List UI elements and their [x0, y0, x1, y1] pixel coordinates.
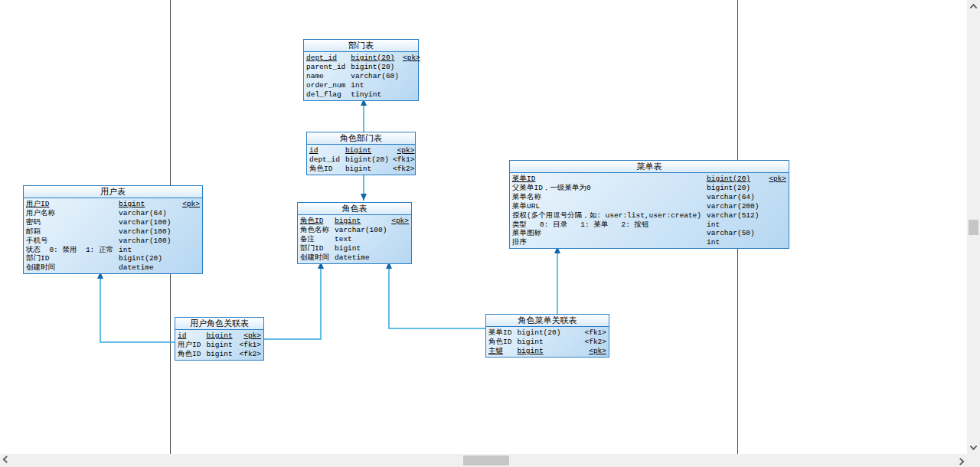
entity-dept[interactable]: 部门表dept_idbigint(20)<pk>parent_idbigint(…	[303, 39, 419, 101]
entity-fields: 用户IDbigint<pk>用户名称varchar(64)密码varchar(1…	[24, 198, 202, 273]
field-type: varchar(100)	[119, 237, 182, 246]
chevron-up-icon	[970, 4, 978, 11]
chevron-down-icon	[970, 443, 978, 450]
vertical-scrollbar[interactable]	[967, 0, 980, 454]
field-name: 创建时间	[26, 263, 119, 273]
field-type: bigint(20)	[707, 175, 769, 184]
field-name: 状态 0: 禁用 1: 正常	[26, 246, 119, 255]
field-name: 邮箱	[26, 227, 119, 237]
field-name: 类型 0: 目录 1: 菜单 2: 按钮	[512, 220, 707, 230]
field-key	[403, 90, 420, 100]
entity-user_role[interactable]: 用户角色关联表idbigint<pk>用户IDbigint<fk1>角色IDbi…	[175, 317, 264, 361]
entity-role_dept[interactable]: 角色部门表idbigint<pk>dept_idbigint(20)<fk1>角…	[306, 132, 416, 175]
field-name: parent_id	[306, 63, 351, 72]
diagram-canvas[interactable]: 部门表dept_idbigint(20)<pk>parent_idbigint(…	[0, 0, 967, 454]
field-name: 菜单URL	[512, 202, 707, 211]
chevron-left-icon	[3, 456, 11, 463]
field-key	[769, 184, 786, 193]
entity-title: 角色表	[298, 203, 411, 215]
field-key: <fk1>	[239, 341, 261, 350]
field-key	[391, 235, 409, 244]
field-type: int	[707, 220, 769, 230]
chevron-right-icon	[957, 458, 965, 465]
field-name: dept_id	[309, 155, 345, 165]
field-name: 部门ID	[300, 244, 335, 253]
field-type: bigint(20)	[351, 54, 403, 63]
field-type: varchar(100)	[119, 218, 182, 227]
horizontal-scroll-thumb[interactable]	[463, 456, 509, 465]
field-type: int	[707, 238, 769, 247]
field-name: 角色ID	[178, 350, 206, 359]
entity-title: 菜单表	[510, 161, 789, 173]
field-type: bigint(20)	[707, 184, 769, 193]
field-name: 菜单ID	[488, 328, 517, 338]
field-type: varchar(100)	[119, 227, 182, 237]
field-key: <pk>	[769, 175, 786, 184]
field-type: bigint	[517, 338, 584, 347]
field-key: <pk>	[391, 217, 409, 226]
field-key: <fk2>	[584, 338, 606, 347]
field-type: bigint	[517, 347, 584, 356]
field-name: id	[309, 146, 345, 155]
scroll-down-button[interactable]	[967, 441, 980, 454]
field-type: bigint	[335, 217, 391, 226]
field-type: bigint	[345, 165, 393, 174]
field-name: 密码	[26, 218, 119, 227]
field-key	[769, 202, 786, 211]
entity-role_menu[interactable]: 角色菜单关联表菜单IDbigint(20)<fk1>角色IDbigint<fk2…	[485, 314, 609, 358]
vertical-scroll-thumb[interactable]	[969, 220, 978, 235]
field-key	[769, 238, 786, 247]
entity-title: 用户角色关联表	[175, 318, 263, 330]
field-key: <fk2>	[393, 165, 415, 174]
field-key	[182, 254, 200, 263]
entity-fields: dept_idbigint(20)<pk>parent_idbigint(20)…	[304, 52, 418, 100]
scrollbar-corner	[967, 454, 980, 467]
relationship-user_role-to-role[interactable]	[264, 262, 321, 339]
field-key	[403, 72, 420, 81]
field-name: 角色ID	[300, 217, 335, 226]
field-name: name	[306, 72, 351, 81]
field-name: id	[178, 331, 206, 341]
scroll-right-button[interactable]	[954, 454, 967, 467]
field-key	[769, 211, 786, 220]
field-key	[391, 244, 409, 253]
field-name: 备注	[300, 235, 335, 244]
field-name: 用户名称	[26, 209, 119, 218]
field-name: 菜单名称	[512, 193, 707, 202]
field-type: varchar(60)	[351, 72, 403, 81]
field-key	[769, 229, 786, 238]
field-name: 用户ID	[26, 200, 119, 209]
field-name: 创建时间	[300, 253, 335, 263]
horizontal-scrollbar[interactable]	[0, 454, 967, 467]
field-key	[182, 218, 200, 227]
relationship-role_menu-to-role[interactable]	[389, 262, 485, 328]
entity-title: 角色部门表	[307, 132, 415, 145]
field-type: bigint(20)	[119, 254, 182, 263]
entity-fields: 菜单IDbigint(20)<pk>父菜单ID，一级菜单为0bigint(20)…	[510, 173, 789, 248]
field-name: 手机号	[26, 237, 119, 246]
field-name: 授权(多个用逗号分隔，如: user:list,user:create)	[512, 211, 707, 220]
field-name: 菜单图标	[512, 229, 707, 238]
diagram-viewport: 部门表dept_idbigint(20)<pk>parent_idbigint(…	[0, 0, 980, 467]
field-type: bigint	[119, 200, 182, 209]
entity-role[interactable]: 角色表角色IDbigint<pk>角色名称varchar(100)备注text部…	[297, 202, 412, 264]
field-key	[403, 81, 420, 90]
field-key: <pk>	[239, 331, 261, 341]
entity-fields: idbigint<pk>用户IDbigint<fk1>角色IDbigint<fk…	[175, 330, 263, 360]
field-type: varchar(200)	[707, 202, 769, 211]
scroll-up-button[interactable]	[967, 0, 980, 13]
field-type: datetime	[335, 253, 391, 263]
relationship-user_role-to-user[interactable]	[100, 272, 175, 342]
field-type: text	[335, 235, 391, 244]
entity-title: 角色菜单关联表	[486, 315, 609, 327]
entity-menu[interactable]: 菜单表菜单IDbigint(20)<pk>父菜单ID，一级菜单为0bigint(…	[509, 160, 789, 249]
entity-fields: idbigint<pk>dept_idbigint(20)<fk1>角色IDbi…	[307, 145, 415, 175]
field-name: 菜单ID	[512, 175, 707, 184]
scroll-left-button[interactable]	[0, 454, 13, 467]
field-key: <pk>	[403, 54, 420, 63]
entity-user[interactable]: 用户表用户IDbigint<pk>用户名称varchar(64)密码varcha…	[23, 185, 203, 274]
field-type: bigint	[345, 146, 393, 155]
field-key	[391, 253, 409, 263]
field-type: varchar(64)	[119, 209, 182, 218]
field-name: 用户ID	[178, 341, 206, 350]
